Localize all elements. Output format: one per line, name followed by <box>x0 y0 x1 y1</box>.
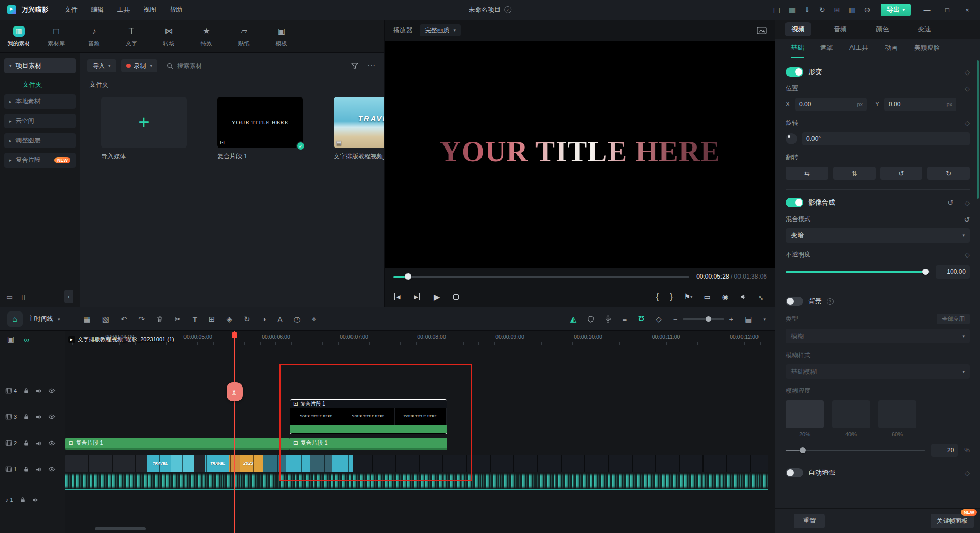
audio-mixer-icon[interactable]: ≡ <box>622 315 627 323</box>
auto-caption-icon[interactable]: A <box>278 315 283 323</box>
opacity-handle[interactable] <box>922 269 929 275</box>
sync-icon[interactable]: ↻ <box>819 6 825 14</box>
keyframe-diamond-icon[interactable]: ◇ <box>965 251 970 259</box>
bg-type-select[interactable]: 模糊 ▾ <box>786 329 970 343</box>
track-manager-icon[interactable]: ▤ <box>745 315 752 324</box>
sidebar-item-folder[interactable]: 文件夹 <box>23 81 80 89</box>
zoom-in-icon[interactable]: + <box>729 315 734 323</box>
rotation-dial[interactable] <box>786 133 797 144</box>
video-track-header-4[interactable]: 4 <box>5 380 56 401</box>
subtab-basic[interactable]: 基础 <box>791 44 804 52</box>
tab-audio[interactable]: 音频 <box>827 22 854 36</box>
rotation-field[interactable] <box>802 132 970 145</box>
fullscreen-icon[interactable]: ↔ <box>756 291 768 303</box>
preview-canvas[interactable]: YOUR TITLE HERE <box>385 41 775 268</box>
chroma-key-icon[interactable]: ◈ <box>226 315 232 324</box>
hide-track-icon[interactable] <box>48 439 56 447</box>
lock-icon[interactable] <box>23 388 29 394</box>
undo-icon[interactable]: ↶ <box>121 315 127 324</box>
subtab-animation[interactable]: 动画 <box>885 44 898 52</box>
dual-monitor-icon[interactable]: ▭ <box>704 292 711 301</box>
reset-icon[interactable]: ↺ <box>947 198 953 207</box>
tab-transitions[interactable]: ⋈ 转场 <box>150 26 188 47</box>
mute-icon[interactable] <box>35 466 42 473</box>
zoom-handle[interactable] <box>706 316 711 322</box>
mute-icon[interactable] <box>32 497 39 503</box>
filter-icon[interactable] <box>349 63 360 69</box>
blur-degree-handle[interactable] <box>800 447 806 453</box>
sidebar-item-cloud[interactable]: ▸ 云空间 <box>4 114 76 128</box>
speed-icon[interactable]: ↻ <box>244 315 250 324</box>
transform-toggle[interactable] <box>786 67 803 77</box>
fit-focus-icon[interactable]: ⌖ <box>312 315 316 324</box>
keyframe-diamond-icon[interactable]: ◇ <box>965 85 970 93</box>
audio-waveform[interactable] <box>65 473 768 489</box>
playback-progress-slider[interactable] <box>393 276 689 278</box>
clip-compound-selected[interactable]: ⊡ 复合片段 1 YOUR TITLE HERE YOUR TITLE HERE… <box>290 399 447 434</box>
rotate-right-button[interactable]: ↻ <box>927 167 970 180</box>
inspector-scrollbar[interactable] <box>977 60 979 199</box>
sidebar-item-local-media[interactable]: ▸ 本地素材 <box>4 94 76 109</box>
more-options-icon[interactable]: ⋯ <box>365 61 377 70</box>
lock-icon[interactable] <box>20 497 26 503</box>
menu-view[interactable]: 视图 <box>143 6 156 14</box>
blur-degree-field[interactable] <box>931 444 958 457</box>
sidebar-item-compound-clip[interactable]: ▸ 复合片段 NEW <box>4 153 76 168</box>
playhead-handle[interactable] <box>232 332 237 338</box>
main-timeline-dropdown[interactable]: 主时间线 ▾ <box>28 315 60 323</box>
next-frame-button[interactable]: ▶ <box>414 293 420 300</box>
tab-my-media[interactable]: ▦ 我的素材 <box>0 26 38 47</box>
compound-clip-icon[interactable]: ⊞ <box>209 315 215 324</box>
reset-icon[interactable]: ↺ <box>964 215 970 224</box>
subtab-ai-tools[interactable]: AI工具 <box>849 44 868 52</box>
hide-track-icon[interactable] <box>48 466 56 473</box>
quick-split-mode-icon[interactable]: ▧ <box>102 315 109 324</box>
split-cursor-icon[interactable]: ✂ <box>227 382 243 401</box>
keyframe-diamond-icon[interactable]: ◇ <box>965 469 970 477</box>
media-tile-compound-clip[interactable]: YOUR TITLE HERE ⊡ ✓ 复合片段 1 <box>217 97 303 161</box>
flip-vertical-button[interactable]: ⇅ <box>833 167 876 180</box>
keyframe-diamond-icon[interactable]: ◇ <box>965 68 970 76</box>
timeline-horizontal-scrollbar[interactable] <box>95 527 146 530</box>
video-track-header-3[interactable]: 3 <box>5 407 56 427</box>
apply-all-button[interactable]: 全部应用 <box>937 314 970 324</box>
flip-horizontal-button[interactable]: ⇆ <box>786 167 828 180</box>
audio-track-header-1[interactable]: ♪1 <box>5 489 39 510</box>
blur-degree-slider[interactable] <box>786 450 925 451</box>
tab-templates[interactable]: ▣ 模板 <box>263 26 300 47</box>
color-icon[interactable]: ◑ <box>262 315 266 323</box>
previous-frame-button[interactable]: ◀ <box>394 293 400 300</box>
tab-audio[interactable]: ♪ 音频 <box>75 26 113 47</box>
video-track-header-1[interactable]: 1 <box>5 459 56 480</box>
blur-style-select[interactable]: 基础模糊 ▾ <box>786 364 970 379</box>
sidebar-item-adjustment-layer[interactable]: ▸ 调整图层 <box>4 133 76 148</box>
workspace-icon[interactable]: ▥ <box>789 6 796 14</box>
blur-swatch-20[interactable]: 20% <box>786 400 824 437</box>
layout-icon[interactable]: ▦ <box>84 315 91 324</box>
menu-help[interactable]: 帮助 <box>170 6 182 14</box>
hide-track-icon[interactable] <box>48 413 56 420</box>
record-button[interactable]: 录制 ▾ <box>121 59 158 72</box>
lock-icon[interactable] <box>23 440 29 446</box>
mute-icon[interactable] <box>35 440 42 447</box>
maximize-button[interactable]: □ <box>941 6 953 14</box>
close-button[interactable]: × <box>961 6 973 14</box>
auto-enhance-toggle[interactable] <box>786 468 803 477</box>
rotate-left-button[interactable]: ↺ <box>880 167 923 180</box>
hide-track-icon[interactable] <box>48 387 56 394</box>
download-icon[interactable]: ⇓ <box>804 6 810 14</box>
chevron-down-icon[interactable]: ▾ <box>763 317 766 322</box>
media-tile-import[interactable]: + 导入媒体 <box>101 97 187 161</box>
link-clips-icon[interactable]: ∞ <box>24 335 29 344</box>
tab-effects[interactable]: ★ 特效 <box>188 26 225 47</box>
tab-speed[interactable]: 变速 <box>911 22 938 36</box>
add-text-icon[interactable]: T <box>193 315 197 323</box>
speaker-icon[interactable] <box>739 293 747 300</box>
timeline-zoom-slider[interactable] <box>683 318 724 320</box>
stop-button[interactable] <box>453 294 459 300</box>
plugins-icon[interactable]: ⊞ <box>834 6 840 14</box>
marker-shield-icon[interactable] <box>587 316 594 323</box>
position-x-field[interactable]: px <box>795 98 867 111</box>
tab-video[interactable]: 视频 <box>785 22 811 36</box>
menu-file[interactable]: 文件 <box>65 6 78 14</box>
